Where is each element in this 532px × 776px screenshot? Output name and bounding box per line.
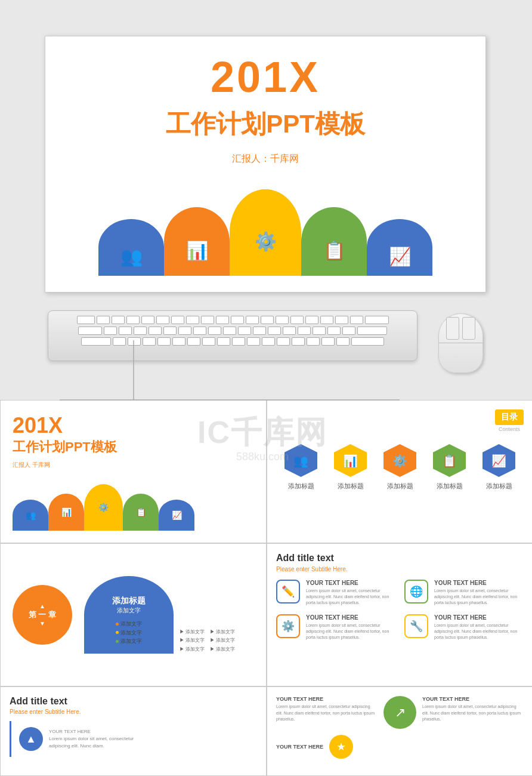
item4-label: YOUR TEXT HERE xyxy=(434,614,524,621)
sub-slides-grid: 201X 工作计划PPT模板 汇报人 千库网 👥 📊 ⚙️ 📋 📈 目录 Con… xyxy=(0,400,532,686)
toc-label-1: 添加标题 xyxy=(288,482,314,491)
item3-label: YOUR TEXT HERE xyxy=(306,614,395,621)
bottom-right-label1: YOUR TEXT HERE xyxy=(276,696,378,702)
sub1-subtitle: 汇报人 千库网 xyxy=(13,461,50,469)
sub-slide-chapter[interactable]: ▲ 第 一 章 ▼ 添加标题 添加文字 添加文字 添加文字 添加文字 ▶ 添加文… xyxy=(0,543,267,686)
slide4-title: Add title text xyxy=(276,553,524,563)
clipboard-icon: 📋 xyxy=(323,240,345,261)
bottom-right-desc1: Lorem ipsum dolor sit amet, consectetur … xyxy=(276,704,378,723)
toc-header: 目录 Contents xyxy=(495,409,524,432)
arch-shape-2: 📊 xyxy=(164,207,230,276)
content-item-2: 🌐 YOUR TEXT HERE Lorem ipsum dolor sit a… xyxy=(404,580,524,605)
bottom-slides: Add title text Please enter Subtitle Her… xyxy=(0,686,532,776)
item3-desc: Lorem ipsum dolor sit amet, consectetur … xyxy=(306,623,395,640)
toc-label-4: 添加标题 xyxy=(437,482,463,491)
bottom-left-content: ▲ YOUR TEXT HERE Lorem ipsum dolor sit a… xyxy=(10,721,257,757)
sub1-title: 工作计划PPT模板 xyxy=(13,438,117,456)
bottom-right-content: YOUR TEXT HERE Lorem ipsum dolor sit ame… xyxy=(276,696,524,729)
arch-shape-4: 📋 xyxy=(301,207,367,276)
toc-header-wrapper: 目录 Contents xyxy=(276,409,524,432)
bottom-left-title: Add title text xyxy=(10,696,257,707)
chapter-side-bullets: ▶ 添加文字 ▶ 添加文字 ▶ 添加文字 ▶ 添加文字 ▶ 添加文字 ▶ 添加文… xyxy=(180,628,235,654)
bottom-left-desc: YOUR TEXT HERE Lorem ipsum dolor sit ame… xyxy=(49,728,134,750)
item4-desc: Lorem ipsum dolor sit amet, consectetur … xyxy=(434,623,524,640)
arch-item-5: 📈 xyxy=(367,219,432,276)
arch-shape-1: 👥 xyxy=(98,219,164,276)
item2-desc: Lorem ipsum dolor sit amet, consectetur … xyxy=(434,588,524,605)
toc-icons-row: 👥 添加标题 📊 添加标题 ⚙️ 添加标题 📋 添加标题 📈 添加标题 xyxy=(276,444,524,491)
arch-item-2: 📊 xyxy=(164,207,230,276)
bottom-share-icon: ↗ xyxy=(383,696,416,729)
item1-label: YOUR TEXT HERE xyxy=(306,580,395,586)
arch-shape-5: 📈 xyxy=(367,219,432,276)
sub1-arch-row: 👥 📊 ⚙️ 📋 📈 xyxy=(13,484,194,531)
key-row-3 xyxy=(53,337,412,346)
keyboard xyxy=(48,310,417,361)
bottom-right-label2: YOUR TEXT HERE xyxy=(422,696,524,702)
slide4-subtitle: Please enter Subtitle Here. xyxy=(276,566,524,572)
bottom-right-second-row: YOUR TEXT HERE ★ xyxy=(276,735,524,759)
sub-slide-cover[interactable]: 201X 工作计划PPT模板 汇报人 千库网 👥 📊 ⚙️ 📋 📈 xyxy=(0,400,267,543)
sub-slide-toc[interactable]: 目录 Contents 👥 添加标题 📊 添加标题 ⚙️ 添加标题 📋 添加标题 xyxy=(267,400,532,543)
bottom-slide-right[interactable]: YOUR TEXT HERE Lorem ipsum dolor sit ame… xyxy=(267,686,532,776)
main-year: 201X xyxy=(211,53,320,101)
main-slide: 201X 工作计划PPT模板 汇报人：千库网 👥 📊 ⚙️ 📋 📈 xyxy=(45,36,486,292)
arch-icons-row: 👥 📊 ⚙️ 📋 📈 xyxy=(98,189,432,276)
arch-item-4: 📋 xyxy=(301,207,367,276)
chapter-arch: 添加标题 添加文字 添加文字 添加文字 添加文字 xyxy=(84,576,174,654)
toc-label-5: 添加标题 xyxy=(486,482,512,491)
main-title: 工作计划PPT模板 xyxy=(166,107,365,141)
toc-label-2: 添加标题 xyxy=(338,482,364,491)
gear-icon: ⚙️ xyxy=(255,231,277,252)
item1-desc: Lorem ipsum dolor sit amet, consectetur … xyxy=(306,588,395,605)
toc-item-2: 📊 添加标题 xyxy=(334,444,367,491)
growth-icon: 📈 xyxy=(389,246,411,267)
bottom-slide-left[interactable]: Add title text Please enter Subtitle Her… xyxy=(0,686,267,776)
toc-item-5: 📈 添加标题 xyxy=(482,444,515,491)
chapter-content-area: 添加标题 添加文字 添加文字 添加文字 添加文字 ▶ 添加文字 ▶ 添加文字 ▶… xyxy=(84,576,235,654)
toc-item-4: 📋 添加标题 xyxy=(433,444,466,491)
content-item-4: 🔧 YOUR TEXT HERE Lorem ipsum dolor sit a… xyxy=(404,614,524,640)
people-icon: 👥 xyxy=(120,246,143,267)
content-item-1: ✏️ YOUR TEXT HERE Lorem ipsum dolor sit … xyxy=(276,580,395,605)
toc-item-3: ⚙️ 添加标题 xyxy=(383,444,416,491)
bottom-right-desc2: Lorem ipsum dolor sit amet, consectetur … xyxy=(422,704,524,723)
content-icons-grid: ✏️ YOUR TEXT HERE Lorem ipsum dolor sit … xyxy=(276,580,524,640)
chapter-circle: ▲ 第 一 章 ▼ xyxy=(13,585,72,645)
arch-item-1: 👥 xyxy=(98,219,164,276)
chapter-bullets: 添加文字 添加文字 添加文字 xyxy=(116,620,142,645)
sub1-year: 201X xyxy=(13,413,63,438)
key-row-1 xyxy=(53,316,412,324)
arch-item-3: ⚙️ xyxy=(230,189,301,276)
sub-slide-content[interactable]: Add title text Please enter Subtitle Her… xyxy=(267,543,532,686)
content-item-3: ⚙️ YOUR TEXT HERE Lorem ipsum dolor sit … xyxy=(276,614,395,640)
mouse-buttons xyxy=(439,314,482,343)
main-subtitle: 汇报人：千库网 xyxy=(232,153,299,165)
toc-item-1: 👥 添加标题 xyxy=(284,444,317,491)
key-row-2 xyxy=(53,327,412,335)
chart-icon: 📊 xyxy=(186,240,208,261)
mouse xyxy=(438,313,483,373)
item2-label: YOUR TEXT HERE xyxy=(434,580,524,586)
arch-shape-3: ⚙️ xyxy=(230,189,301,276)
toc-label-3: 添加标题 xyxy=(387,482,413,491)
bottom-left-subtitle: Please enter Subtitle Here. xyxy=(10,709,257,715)
keyboard-area xyxy=(30,304,507,376)
